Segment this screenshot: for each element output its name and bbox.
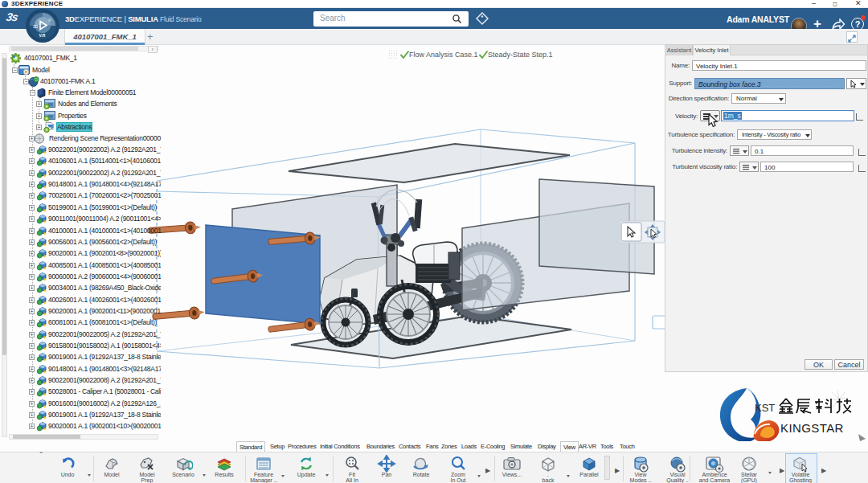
svg-text:KINGSTAR: KINGSTAR: [780, 421, 844, 435]
svg-text:KST: KST: [755, 402, 775, 414]
svg-text:3D: 3D: [33, 24, 39, 29]
svg-text:V.R: V.R: [39, 33, 46, 38]
svg-text:IF: IF: [48, 18, 51, 23]
